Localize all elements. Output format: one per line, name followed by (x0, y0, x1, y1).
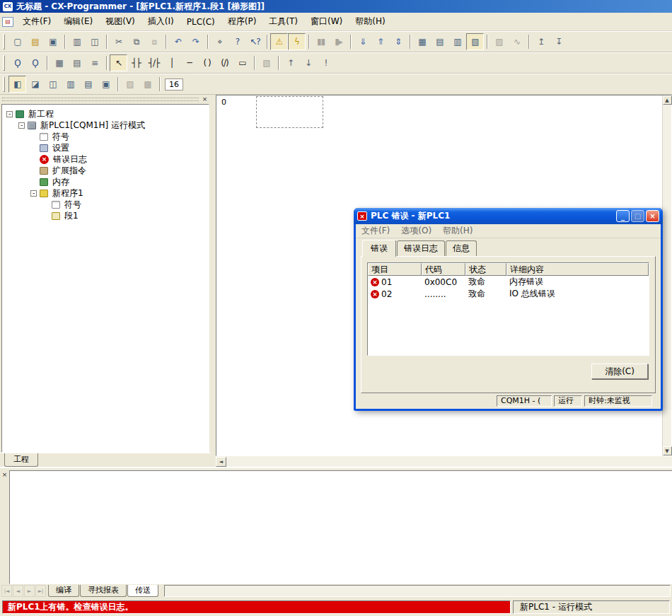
last-tab-button[interactable]: ►| (35, 585, 46, 597)
tree-item-program1[interactable]: -新程序1 (2, 187, 209, 199)
dialog-menu-help[interactable]: 帮助(H) (443, 225, 473, 237)
download-to-plc-button[interactable]: ⇓ (354, 33, 371, 50)
tree-item-memory[interactable]: 内存 (2, 176, 209, 187)
workspace-close-button[interactable]: × (201, 95, 209, 103)
tree-item-expansion-instructions[interactable]: 扩展指令 (2, 165, 209, 176)
editor-vertical-scrollbar[interactable]: ▲ ▼ (662, 95, 671, 455)
toggle-project-workspace-button[interactable]: ◧ (8, 76, 26, 93)
address-reference-tool-button[interactable]: ▤ (79, 76, 97, 93)
column-header-3[interactable]: 详细内容 (506, 263, 649, 276)
tree-item-plc1[interactable]: -新PLC1[CQM1H] 运行模式 (2, 120, 209, 131)
vertical-splitter[interactable] (211, 95, 216, 467)
monitor-view-2-button[interactable]: ▤ (431, 33, 448, 50)
output-content[interactable] (9, 470, 672, 584)
dialog-menu-options[interactable]: 选项(O) (401, 225, 431, 237)
editor-horizontal-scrollbar[interactable]: ◄ (216, 456, 672, 467)
menu-window[interactable]: 窗口(W) (304, 13, 349, 30)
work-online-button[interactable]: ⚠ (270, 33, 288, 50)
dialog-tab-error-log[interactable]: 错误日志 (397, 240, 445, 256)
menu-file[interactable]: 文件(F) (16, 13, 57, 30)
dialog-tab-messages[interactable]: 信息 (446, 240, 477, 256)
new-horizontal-line-button[interactable]: ─ (180, 54, 198, 71)
expand-toggle-icon[interactable]: - (18, 122, 25, 129)
zoom-out-button[interactable]: Ϙ (26, 54, 44, 71)
tree-item-symbols[interactable]: 符号 (2, 131, 209, 142)
help-button[interactable]: ? (228, 33, 246, 50)
tree-item-error-log[interactable]: ×错误日志 (2, 153, 209, 165)
tree-item-program1-symbols[interactable]: 符号 (2, 199, 209, 210)
new-plc-instruction-button[interactable]: ▭ (233, 54, 251, 71)
scroll-up-icon[interactable]: ▲ (663, 95, 672, 105)
column-header-2[interactable]: 状态 (465, 263, 506, 276)
menu-edit[interactable]: 编辑(E) (57, 13, 99, 30)
menu-plc[interactable]: PLC(C) (180, 15, 221, 29)
compare-with-plc-button[interactable]: ⇕ (389, 33, 407, 50)
output-tab-find-report[interactable]: 寻找报表 (80, 585, 127, 597)
context-help-button[interactable]: ↖? (246, 33, 264, 50)
zoom-in-button[interactable]: Ϙ (8, 54, 26, 71)
error-row[interactable]: ×010x00C0致命内存错误 (368, 276, 649, 288)
dialog-menu-file[interactable]: 文件(F) (361, 225, 390, 237)
dialog-title-bar[interactable]: × PLC 错误 - 新PLC1 _ □ × (354, 208, 663, 224)
expand-toggle-icon[interactable]: - (6, 111, 13, 117)
immediate-refresh-button[interactable]: ! (317, 54, 335, 71)
new-file-button[interactable]: ▢ (8, 33, 26, 50)
expand-toggle-icon[interactable]: - (30, 190, 37, 197)
new-closed-contact-button[interactable]: ┤/├ (145, 54, 163, 71)
cut-button[interactable]: ✂ (110, 33, 127, 50)
tree-item-project[interactable]: -新工程 (2, 108, 209, 120)
differentiate-down-button[interactable]: ↓ (299, 54, 317, 71)
print-preview-button[interactable]: ◫ (86, 33, 103, 50)
prev-tab-button[interactable]: ◄ (13, 585, 23, 597)
output-close-button[interactable]: × (1, 471, 8, 479)
monitor-view-3-button[interactable]: ▥ (448, 33, 466, 50)
selection-tool-button[interactable]: ↖ (110, 54, 127, 71)
tree-item-settings[interactable]: 设置 (2, 142, 209, 153)
copy-button[interactable]: ⧉ (127, 33, 145, 50)
clear-button[interactable]: 清除(C) (591, 364, 648, 379)
error-row[interactable]: ×02........致命IO 总线错误 (368, 288, 649, 300)
monitor-view-1-button[interactable]: ▦ (413, 33, 431, 50)
tree-item-section1[interactable]: 段1 (2, 210, 209, 221)
properties-button[interactable]: ▣ (97, 76, 115, 93)
new-vertical-line-button[interactable]: │ (163, 54, 180, 71)
toggle-output-window-button[interactable]: ◪ (26, 76, 44, 93)
redo-button[interactable]: ↷ (187, 33, 204, 50)
save-button[interactable]: ▣ (44, 33, 62, 50)
menu-tools[interactable]: 工具(T) (262, 13, 304, 30)
tab-project[interactable]: 工程 (4, 453, 38, 467)
scroll-left-icon[interactable]: ◄ (216, 457, 226, 467)
column-header-1[interactable]: 代码 (422, 263, 465, 276)
zoom-level-button[interactable]: 16 (163, 76, 185, 93)
output-scrollbar[interactable] (164, 585, 671, 597)
monitor-view-4-button[interactable]: ▧ (466, 33, 484, 50)
menu-view[interactable]: 视图(V) (99, 13, 141, 30)
new-coil-button[interactable]: ( ) (198, 54, 216, 71)
upload-from-plc-button[interactable]: ⇑ (371, 33, 389, 50)
open-file-button[interactable]: ▤ (26, 33, 44, 50)
toolbar-grip[interactable] (3, 76, 5, 92)
toggle-grid-button[interactable]: ▦ (50, 54, 68, 71)
scroll-down-icon[interactable]: ▼ (663, 446, 672, 455)
title-bar[interactable]: CX 无标题 - CX-Programmer - [新PLC1.新程序1.段1 … (0, 0, 672, 13)
menu-program[interactable]: 程序(P) (221, 13, 263, 30)
toolbar-grip[interactable] (3, 34, 5, 50)
first-tab-button[interactable]: |◄ (1, 585, 12, 597)
menu-help[interactable]: 帮助(H) (349, 13, 391, 30)
new-contact-button[interactable]: ┤├ (127, 54, 145, 71)
force-reset-button[interactable]: ↧ (550, 33, 567, 50)
toggle-watch-window-button[interactable]: ◫ (44, 76, 62, 93)
differentiate-up-button[interactable]: ↑ (282, 54, 299, 71)
undo-button[interactable]: ↶ (169, 33, 187, 50)
rung-wrap-button[interactable]: ≡ (86, 54, 103, 71)
monitor-toggle-button[interactable]: ϟ (288, 33, 306, 50)
print-button[interactable]: ▥ (68, 33, 86, 50)
column-header-0[interactable]: 项目 (368, 263, 422, 276)
cross-reference-report-button[interactable]: ▥ (62, 76, 79, 93)
output-tab-transfer[interactable]: 传送 (127, 585, 158, 597)
dialog-tab-errors[interactable]: 错误 (362, 240, 396, 257)
dialog-close-button[interactable]: × (646, 210, 659, 222)
force-set-button[interactable]: ↥ (532, 33, 550, 50)
new-closed-coil-button[interactable]: (/) (216, 54, 233, 71)
dialog-minimize-button[interactable]: _ (616, 210, 630, 222)
